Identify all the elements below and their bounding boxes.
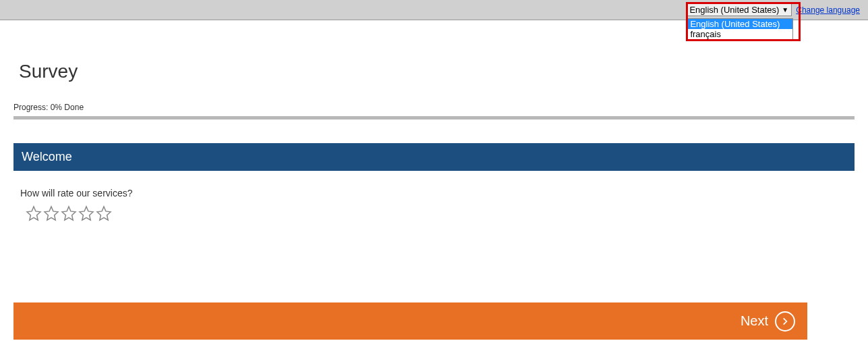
chevron-right-icon [780,317,790,326]
top-bar: English (United States) ▼ English (Unite… [0,0,868,20]
star-2[interactable] [43,205,59,221]
section-header: Welcome [13,143,855,171]
content-wrapper: Survey Progress: 0% Done Welcome How wil… [0,61,868,221]
progress-label: Progress: 0% Done [13,103,855,112]
progress-bar [13,116,855,120]
language-wrapper: English (United States) ▼ English (Unite… [686,3,860,16]
star-4[interactable] [78,205,94,221]
language-selected-value: English (United States) [689,5,779,15]
language-option-english[interactable]: English (United States) [687,19,792,29]
dropdown-triangle-icon: ▼ [782,6,788,14]
page-title: Survey [19,61,855,82]
next-button[interactable]: Next [13,302,807,340]
language-option-francais[interactable]: français [687,29,792,39]
star-icon [26,205,42,221]
star-1[interactable] [26,205,42,221]
language-select[interactable]: English (United States) ▼ English (Unite… [686,3,792,16]
change-language-link[interactable]: Change language [796,5,860,15]
next-circle-icon [775,311,795,332]
language-dropdown-options: English (United States) français [687,18,793,40]
star-icon [78,205,94,221]
star-5[interactable] [96,205,112,221]
star-icon [96,205,112,221]
star-icon [43,205,59,221]
star-icon [61,205,77,221]
next-label: Next [741,313,768,329]
star-3[interactable] [61,205,77,221]
question-text: How will rate our services? [20,188,855,199]
rating-stars [26,205,855,221]
